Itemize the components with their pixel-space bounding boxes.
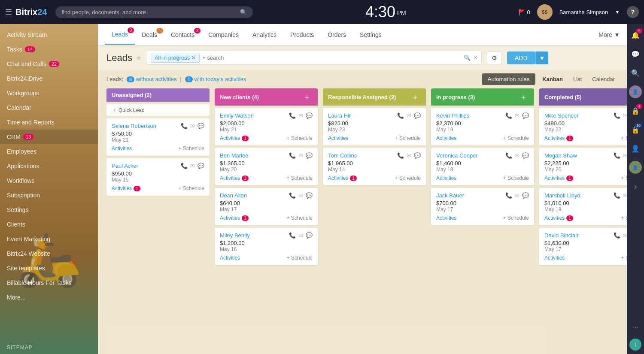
activities-link[interactable]: Activities 1: [220, 135, 249, 141]
sidebar-item-applications[interactable]: Applications: [0, 159, 98, 173]
lead-card[interactable]: Ben Marlee 📞 ✉ 💬 $1,365.00 May 20 Activi…: [215, 148, 318, 185]
lead-card[interactable]: Megan Shaw 📞 ✉ 💬 $2,225.00 May 20 Activi…: [539, 148, 627, 185]
arrow-right-icon[interactable]: ›: [628, 179, 643, 194]
activities-link[interactable]: Activities 1: [328, 175, 357, 181]
user-name[interactable]: Samantha Simpson: [559, 9, 608, 15]
lead-card[interactable]: Paul Acker 📞 ✉ 💬 $950.00 May 15 Activiti…: [106, 158, 210, 196]
more-icon[interactable]: ⋯: [628, 320, 643, 335]
person-icon[interactable]: 👤: [628, 141, 643, 156]
schedule-link[interactable]: + Schedule: [287, 215, 313, 221]
sidebar-item-clients[interactable]: Clients: [0, 217, 98, 232]
filter-clear-icon[interactable]: ✕: [473, 54, 478, 61]
card-name[interactable]: Jack Bauer: [436, 192, 464, 199]
search-icon[interactable]: 🔍: [628, 65, 643, 81]
settings-button[interactable]: ⚙: [487, 51, 502, 64]
tab-deals[interactable]: Deals 1: [135, 25, 164, 44]
avatar-icon-1[interactable]: 👤: [628, 84, 643, 100]
schedule-link[interactable]: + Schedule: [287, 175, 313, 181]
activities-link[interactable]: Activities: [436, 215, 456, 221]
schedule-link[interactable]: + Sche: [621, 215, 627, 221]
lead-card[interactable]: Kevin Phillips 📞 ✉ 💬 $2,370.00 May 19 Ac…: [431, 108, 534, 145]
card-name[interactable]: Dean Allen: [220, 192, 247, 199]
quick-lead-button[interactable]: ＋ Quick Lead: [106, 104, 210, 116]
view-calendar-button[interactable]: Calendar: [589, 74, 618, 84]
schedule-link[interactable]: + Schedule: [503, 215, 529, 221]
card-name[interactable]: David Sinclair: [544, 232, 578, 239]
notifications-icon[interactable]: 🔔 5: [628, 27, 643, 43]
sidebar-item-drive[interactable]: Bitrix24.Drive: [0, 71, 98, 86]
with-today-link[interactable]: 1 with today's activities: [185, 76, 246, 82]
card-name[interactable]: Megan Shaw: [544, 152, 577, 159]
flag-indicator[interactable]: 🚩 0: [518, 9, 530, 15]
avatar-icon-2[interactable]: 👤: [628, 160, 643, 175]
schedule-link[interactable]: + Schedule: [287, 135, 313, 141]
add-button-arrow[interactable]: ▼: [535, 51, 549, 64]
column-add-button[interactable]: ＋: [410, 92, 421, 102]
sidebar-item-crm[interactable]: CRM 13: [0, 130, 98, 144]
lead-card[interactable]: Jack Bauer 📞 ✉ 💬 $700.00 May 17 Activiti…: [431, 188, 534, 225]
sidebar-item-billable-hours[interactable]: Billable Hours For Tasks: [0, 275, 98, 290]
activities-link[interactable]: Activities: [220, 255, 240, 261]
lead-card[interactable]: Veronica Cooper 📞 ✉ 💬 $1,460.00 May 18 A…: [431, 148, 534, 185]
sidebar-item-workflows[interactable]: Workflows: [0, 173, 98, 188]
column-add-button[interactable]: ＋: [301, 92, 313, 102]
view-kanban-button[interactable]: Kanban: [539, 74, 566, 84]
lead-card[interactable]: Laura Hill 📞 ✉ 💬 $825.00 May 23 Activiti…: [323, 108, 426, 145]
user-dropdown-icon[interactable]: ▼: [615, 9, 620, 15]
sidebar-item-event-marketing[interactable]: Event Marketing: [0, 232, 98, 246]
card-name[interactable]: Veronica Cooper: [436, 152, 478, 159]
add-button[interactable]: ADD: [507, 51, 535, 64]
sidebar-item-calendar[interactable]: Calendar: [0, 100, 98, 115]
lock-icon-1[interactable]: 🔒 4: [628, 103, 643, 118]
card-name[interactable]: Miley Bently: [220, 232, 250, 239]
activities-link[interactable]: Activities: [436, 135, 456, 141]
tab-companies[interactable]: Companies: [201, 25, 246, 44]
filter-tag-all-in-progress[interactable]: All in progress ✕: [151, 53, 200, 63]
card-name[interactable]: Kevin Phillips: [436, 112, 469, 119]
tab-leads[interactable]: Leads 9: [105, 25, 135, 45]
filter-search-input[interactable]: [202, 54, 461, 61]
help-button[interactable]: ?: [627, 6, 639, 18]
filter-search-icon[interactable]: 🔍: [464, 54, 471, 61]
sitemap-link[interactable]: SITEMAP: [7, 345, 33, 351]
schedule-link[interactable]: + Schedule: [179, 185, 204, 191]
tab-products[interactable]: Products: [283, 25, 321, 44]
activities-link[interactable]: Activities 1: [220, 175, 249, 181]
schedule-link[interactable]: + Schedule: [395, 175, 421, 181]
schedule-link[interactable]: + Schedule: [395, 135, 421, 141]
lead-card[interactable]: Mike Spencer 📞 ✉ 💬 $490.00 May 22 Activi…: [539, 108, 627, 145]
card-name[interactable]: Emily Watson: [220, 112, 254, 119]
activities-link[interactable]: Activities 1: [544, 135, 573, 141]
sidebar-item-subscription[interactable]: Subscription: [0, 188, 98, 203]
activities-link[interactable]: Activities: [328, 135, 348, 141]
schedule-link[interactable]: + Sche: [621, 255, 627, 261]
tab-more[interactable]: More ▼: [598, 31, 620, 38]
sidebar-item-activity-stream[interactable]: Activity Stream: [0, 27, 98, 42]
activities-link[interactable]: Activities: [544, 255, 565, 261]
search-input[interactable]: [61, 9, 240, 15]
sidebar-footer[interactable]: SITEMAP: [0, 341, 98, 354]
activities-link[interactable]: Activities 1: [112, 185, 140, 191]
activities-link[interactable]: Activities 1: [544, 215, 573, 221]
card-name[interactable]: Marshall Lloyd: [544, 192, 580, 199]
sidebar-item-settings[interactable]: Settings: [0, 203, 98, 217]
card-name[interactable]: Selena Robertson: [112, 123, 156, 129]
card-name[interactable]: Laura Hill: [328, 112, 352, 119]
lead-card[interactable]: Dean Allen 📞 ✉ 💬 $640.00 May 17 Activiti…: [215, 188, 318, 225]
card-name[interactable]: Tom Collins: [328, 152, 357, 159]
card-name[interactable]: Paul Acker: [112, 163, 138, 169]
lead-card[interactable]: Selena Robertson 📞 ✉ 💬 $750.00 May 21 Ac…: [106, 118, 210, 156]
activities-link[interactable]: Activities 1: [544, 175, 573, 181]
automation-rules-button[interactable]: Automation rules: [482, 73, 536, 85]
sidebar-item-time-reports[interactable]: Time and Reports: [0, 115, 98, 130]
sidebar-item-more[interactable]: More...: [0, 290, 98, 305]
lead-card[interactable]: Marshall Lloyd 📞 ✉ 💬 $1,010.00 May 19 Ac…: [539, 188, 627, 225]
without-activities-link[interactable]: 8 without activities: [127, 76, 176, 82]
avatar[interactable]: SS: [537, 4, 553, 20]
schedule-link[interactable]: + Schedule: [179, 145, 204, 151]
schedule-link[interactable]: + Schedule: [503, 175, 529, 181]
card-name[interactable]: Ben Marlee: [220, 152, 248, 159]
column-add-button[interactable]: ＋: [518, 92, 529, 102]
lead-card[interactable]: David Sinclair 📞 ✉ 💬 $1,630.00 May 17 Ac…: [539, 228, 627, 265]
schedule-link[interactable]: + Schedule: [503, 135, 529, 141]
